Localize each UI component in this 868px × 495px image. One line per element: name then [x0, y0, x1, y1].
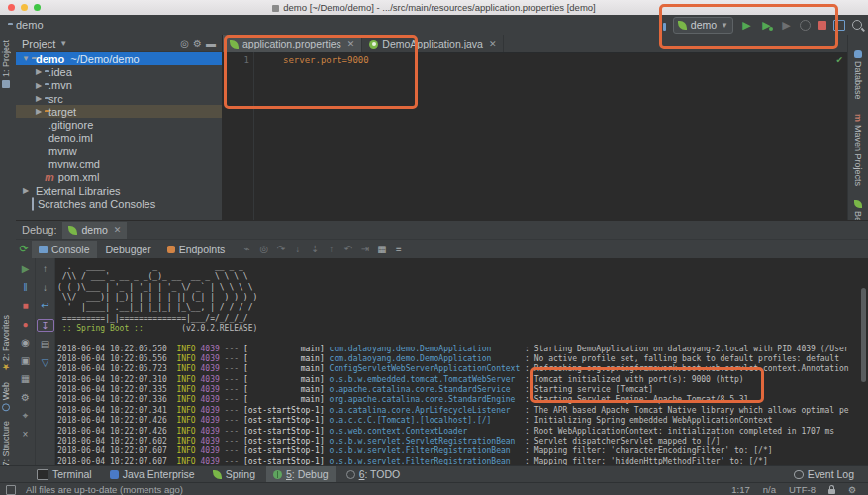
- debug-session-tab[interactable]: demo ✕: [62, 222, 127, 239]
- tool-strip-button-1-project[interactable]: 1: Project: [1, 40, 11, 88]
- close-icon[interactable]: ×: [18, 429, 34, 440]
- step-out-icon[interactable]: ↑: [324, 244, 338, 254]
- settings-list-icon[interactable]: ≡: [391, 244, 406, 254]
- log-line[interactable]: 2018-06-04 10:22:07.607 INFO 4039 --- [o…: [57, 446, 868, 456]
- debug-button[interactable]: ▶: [760, 20, 773, 31]
- run-configuration-select[interactable]: demo ▼: [673, 17, 733, 34]
- view-breakpoints-icon[interactable]: ●: [18, 319, 34, 330]
- log-line[interactable]: 2018-06-04 10:22:07.426 INFO 4039 --- [o…: [57, 416, 868, 426]
- tree-item-mvnw[interactable]: mvnw: [16, 145, 222, 157]
- tree-collapsed-arrow-icon[interactable]: ▶: [33, 81, 45, 90]
- settings-gear-icon[interactable]: ⚙: [193, 38, 202, 49]
- locate-file-icon[interactable]: ◎: [180, 38, 189, 49]
- tree-item--mvn[interactable]: ▶.mvn: [16, 79, 222, 92]
- down-icon[interactable]: ↓: [38, 282, 53, 293]
- tree-item-target[interactable]: ▶target: [16, 105, 222, 118]
- nav-project-crumb[interactable]: demo: [16, 19, 44, 31]
- restore-layout-icon[interactable]: ▦: [374, 244, 389, 254]
- step-into-icon[interactable]: ↓: [290, 244, 305, 254]
- rerun-icon[interactable]: ▶: [18, 263, 34, 274]
- highlighting-level-icon[interactable]: ⚙: [848, 485, 856, 495]
- run-button[interactable]: ▶: [740, 20, 753, 31]
- run-with-coverage-button[interactable]: ▶: [780, 20, 793, 31]
- tree-item-demo[interactable]: ▼demo~/Demo/demo: [16, 52, 222, 65]
- tree-collapsed-arrow-icon[interactable]: ▶: [33, 94, 45, 103]
- tool-strip-button-web[interactable]: Web: [1, 382, 11, 411]
- lock-icon[interactable]: [828, 489, 835, 494]
- log-line[interactable]: 2018-06-04 10:22:07.335 INFO 4039 --- [ …: [57, 385, 868, 395]
- print-icon[interactable]: ▤: [38, 339, 53, 349]
- close-session-icon[interactable]: ✕: [114, 225, 122, 235]
- tree-collapsed-arrow-icon[interactable]: ▶: [33, 67, 45, 76]
- toolwindow-button-6-todo[interactable]: 6: TODO: [339, 466, 408, 482]
- soft-wrap-icon[interactable]: ↩: [38, 300, 53, 311]
- tree-item-pom-xml[interactable]: mpom.xml: [16, 171, 222, 184]
- run-to-cursor-icon[interactable]: ⇥: [357, 244, 372, 254]
- caret-position[interactable]: 1:17: [731, 484, 750, 495]
- scroll-to-end-icon[interactable]: ↧: [37, 319, 54, 332]
- log-line[interactable]: 2018-06-04 10:22:07.602 INFO 4039 --- [o…: [57, 437, 868, 446]
- tool-strip-button-maven-projects[interactable]: mMaven Projects: [853, 114, 863, 186]
- tab-console[interactable]: Console: [32, 241, 97, 258]
- chevron-down-icon[interactable]: ▼: [59, 39, 67, 48]
- project-panel-title[interactable]: Project: [22, 38, 55, 50]
- up-icon[interactable]: ↑: [38, 263, 53, 274]
- log-line[interactable]: 2018-06-04 10:22:07.310 INFO 4039 --- [ …: [57, 375, 868, 385]
- step-over-icon[interactable]: ↷: [273, 244, 288, 254]
- mute-breakpoints-icon[interactable]: ◉: [18, 337, 34, 347]
- close-tab-icon[interactable]: ✕: [347, 39, 355, 49]
- toolwindow-button-terminal[interactable]: Terminal: [30, 466, 99, 482]
- pin-icon[interactable]: ⌖: [18, 410, 34, 421]
- line-separator[interactable]: n/a: [763, 484, 776, 495]
- log-line[interactable]: 2018-06-04 10:22:05.723 INFO 4039 --- [ …: [57, 364, 868, 374]
- tab-application-properties[interactable]: application.properties ✕: [223, 35, 362, 52]
- event-log-button[interactable]: Event Log: [794, 468, 854, 480]
- log-line[interactable]: 2018-06-04 10:22:05.556 INFO 4039 --- [ …: [57, 354, 868, 364]
- tree-item--gitignore[interactable]: .gitignore: [16, 118, 222, 131]
- log-line[interactable]: 2018-06-04 10:22:07.426 INFO 4039 --- [o…: [57, 427, 868, 437]
- pause-icon[interactable]: ‖: [18, 282, 34, 293]
- stop-icon[interactable]: ■: [18, 300, 34, 311]
- tree-item-src[interactable]: ▶src: [16, 92, 222, 105]
- toolwindow-button-5-debug[interactable]: 5: Debug: [266, 466, 336, 482]
- attach-icon[interactable]: ⌁: [240, 244, 254, 254]
- rerun-icon[interactable]: ⟳: [18, 243, 30, 255]
- restore-layout-icon[interactable]: ▦: [18, 373, 34, 384]
- tab-endpoints[interactable]: Endpoints: [160, 241, 233, 258]
- search-everywhere-icon[interactable]: [852, 20, 862, 30]
- log-line[interactable]: 2018-06-04 10:22:07.336 INFO 4039 --- [ …: [57, 395, 868, 405]
- tool-strip-button-2-favorites[interactable]: ★2: Favorites: [1, 315, 11, 372]
- log-line[interactable]: 2018-06-04 10:22:07.341 INFO 4039 --- [o…: [57, 406, 868, 416]
- stop-button[interactable]: [818, 21, 826, 30]
- thread-dump-icon[interactable]: ▣: [18, 355, 34, 366]
- log-line[interactable]: 2018-06-04 10:22:05.550 INFO 4039 --- [ …: [57, 345, 868, 354]
- editor-preview-icon[interactable]: [6, 485, 16, 495]
- tree-collapsed-arrow-icon[interactable]: ▶: [33, 107, 45, 116]
- tab-debugger[interactable]: Debugger: [99, 241, 158, 258]
- tree-item-demo-iml[interactable]: demo.iml: [16, 132, 222, 145]
- close-tab-icon[interactable]: ✕: [489, 39, 497, 49]
- toolwindow-button-java-enterprise[interactable]: Java Enterprise: [103, 466, 202, 482]
- tree-expanded-arrow-icon[interactable]: ▼: [20, 54, 32, 63]
- console-scrollbar[interactable]: [861, 288, 866, 382]
- settings-icon[interactable]: ⚙: [18, 392, 34, 403]
- run-dashboard-icon[interactable]: [659, 20, 666, 31]
- tab-demoapplication-java[interactable]: DemoApplication.java ✕: [362, 35, 504, 52]
- tree-item-scratches-and-consoles[interactable]: Scratches and Consoles: [16, 197, 222, 210]
- console-output[interactable]: . ____ _ __ _ _ /\\ / ___'_ __ _ _(_)_ _…: [55, 258, 868, 465]
- hide-panel-icon[interactable]: ▬: [206, 38, 216, 49]
- tree-item-external-libraries[interactable]: ▶External Libraries: [16, 184, 222, 197]
- tree-item-mvnw-cmd[interactable]: mvnw.cmd: [16, 157, 222, 170]
- inspections-ok-icon[interactable]: ✔: [835, 55, 843, 65]
- drop-frame-icon[interactable]: ↶: [340, 244, 355, 254]
- tool-windows-icon[interactable]: [833, 20, 845, 31]
- clear-all-icon[interactable]: ▽: [38, 357, 53, 368]
- editor-code-line[interactable]: server.port=9000: [255, 55, 369, 65]
- tree-item--idea[interactable]: ▶.idea: [16, 65, 222, 78]
- toolwindow-button-spring[interactable]: Spring: [206, 466, 262, 482]
- file-encoding[interactable]: UTF-8: [789, 484, 816, 495]
- navigation-bar[interactable]: demo: [8, 19, 44, 31]
- force-step-into-icon[interactable]: ⇣: [307, 244, 322, 254]
- tree-collapsed-arrow-icon[interactable]: ▶: [20, 186, 32, 195]
- profiler-button[interactable]: [800, 20, 811, 31]
